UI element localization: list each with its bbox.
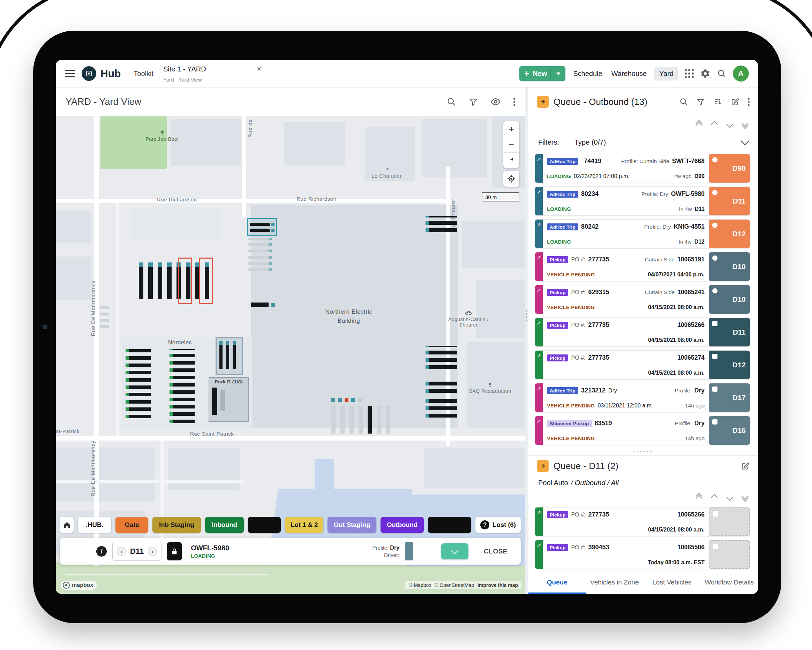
dock-assignment[interactable]: D16: [709, 416, 750, 445]
dock-assignment[interactable]: D10: [709, 285, 750, 314]
zone-inbound-button[interactable]: Inbound: [205, 517, 244, 533]
tab-lost-vehicles[interactable]: Lost Vehicles: [643, 572, 701, 594]
zone-hub-button[interactable]: .HUB.: [78, 517, 111, 533]
zone-outbound-button[interactable]: Outbound: [380, 517, 424, 533]
lock-button[interactable]: [167, 542, 182, 560]
trailer-cluster-shearer-1[interactable]: [426, 216, 457, 232]
queue-card[interactable]: ↗ Pickup PO #: 277735 Curtain Side 10065…: [535, 252, 750, 281]
collapse-all-down-icon[interactable]: [743, 121, 748, 128]
selected-trailer-box[interactable]: [247, 218, 277, 236]
next-dock-button[interactable]: ›: [148, 547, 157, 556]
queue-search-icon[interactable]: [679, 97, 688, 106]
more-options-icon[interactable]: [513, 98, 515, 106]
clear-site-icon[interactable]: ×: [255, 64, 263, 73]
close-detail-button[interactable]: CLOSE: [484, 548, 508, 555]
queue-filter-icon[interactable]: [696, 97, 705, 106]
queue-card[interactable]: ↗ Pickup PO #: 390453 10065506: [535, 540, 750, 569]
collapse-all-up-icon[interactable]: [696, 121, 701, 128]
zone-lost-button[interactable]: ? Lost (6): [475, 517, 521, 533]
osm-attrib-link[interactable]: © OpenStreetMap: [435, 582, 474, 588]
trailer-cluster-gate[interactable]: [139, 257, 219, 304]
trailer[interactable]: [212, 388, 217, 415]
site-selector[interactable]: Site 1 - YARD × Yard - Yard View: [163, 64, 263, 82]
mapbox-logo[interactable]: mapbox: [61, 581, 97, 590]
collapse-down-icon[interactable]: [727, 122, 732, 127]
alert-slot-outline[interactable]: [199, 257, 213, 304]
park-b-zone[interactable]: Park B (1/8): [209, 377, 249, 422]
settings-gear-icon[interactable]: [700, 68, 710, 79]
info-icon[interactable]: i: [96, 546, 107, 557]
queue-edit-icon[interactable]: [731, 97, 739, 106]
mapbox-attrib-link[interactable]: © Mapbox: [409, 582, 431, 588]
trailer[interactable]: [368, 406, 372, 434]
dock-assignment[interactable]: D17: [709, 384, 750, 412]
queue-more-icon[interactable]: [748, 98, 749, 106]
panel-resize-handle[interactable]: [525, 87, 528, 594]
new-button[interactable]: + New: [519, 66, 565, 81]
locate-button[interactable]: [503, 171, 519, 187]
avatar[interactable]: A: [733, 65, 749, 82]
section-resize-handle[interactable]: [535, 449, 750, 454]
zone-hidden-button[interactable]: [428, 517, 471, 533]
collapse-up-icon[interactable]: [712, 122, 717, 127]
trailer-cluster-nordelec-1[interactable]: [125, 349, 151, 418]
dock-assignment[interactable]: D12: [709, 219, 750, 248]
collapse-all-up-icon[interactable]: [696, 494, 701, 501]
collapse-up-icon[interactable]: [712, 495, 717, 500]
zone-out-staging-button[interactable]: Out Staging: [328, 517, 376, 533]
menu-icon[interactable]: [65, 70, 75, 78]
zone-hidden-button[interactable]: [248, 517, 281, 533]
nav-warehouse[interactable]: Warehouse: [610, 67, 649, 81]
dock-assignment[interactable]: D12: [709, 351, 750, 379]
tab-queue[interactable]: Queue: [528, 572, 586, 594]
search-icon[interactable]: [717, 69, 727, 78]
queue-sort-icon[interactable]: [713, 97, 722, 106]
tab-workflow-details[interactable]: Workflow Details: [701, 572, 758, 594]
trailer-cluster-staging[interactable]: [247, 218, 278, 274]
visibility-eye-icon[interactable]: [490, 97, 501, 107]
selected-dock-box[interactable]: [215, 337, 243, 375]
queue-card[interactable]: ↗ AdHoc Trip 74419 Profile: Curtain Side: [535, 154, 750, 183]
trailer-cluster-small[interactable]: [100, 304, 109, 328]
zoom-in-button[interactable]: +: [503, 121, 519, 137]
trailer-cluster-nordelec-2[interactable]: [169, 349, 195, 423]
zone-lot-button[interactable]: Lot 1 & 2: [285, 517, 324, 533]
dock-assignment[interactable]: D10: [709, 252, 750, 281]
filters-expand-icon[interactable]: [742, 140, 748, 144]
expand-detail-button[interactable]: [441, 543, 469, 559]
zoom-out-button[interactable]: −: [503, 137, 519, 153]
queue-card[interactable]: ↗ AdHoc Trip 80234 Profile: Dry OWFL-598…: [535, 186, 750, 216]
trailer-cluster-outstaging[interactable]: [331, 398, 394, 436]
alert-slot-outline[interactable]: [178, 257, 192, 304]
queue-card[interactable]: ↗ Pickup PO #: 629315 Curtain Side 10065…: [535, 285, 750, 314]
zone-gate-button[interactable]: Gate: [116, 517, 148, 533]
queue-card[interactable]: ↗ Shipment Pickup 83519 Profile: Dry: [535, 416, 750, 445]
home-zone-button[interactable]: [60, 517, 73, 533]
collapse-all-down-icon[interactable]: [743, 494, 748, 501]
queue-card[interactable]: ↗ AdHoc Trip 3213212 Dry Profile: Dry: [535, 383, 750, 412]
dock-assignment[interactable]: [709, 507, 750, 536]
trailer-cluster-shearer-3[interactable]: [426, 378, 457, 393]
improve-map-link[interactable]: Improve this map: [478, 582, 518, 588]
site-value[interactable]: Site 1 - YARD: [163, 65, 255, 73]
nav-yard[interactable]: Yard: [654, 67, 678, 81]
map-filter-icon[interactable]: [469, 97, 478, 106]
queue-card[interactable]: ↗ Pickup PO #: 277735 10065266: [535, 318, 750, 347]
trailer-cluster-shearer-4[interactable]: [426, 397, 457, 417]
map-canvas[interactable]: Parc Joe-Beef Rue De Montmorency Rue De …: [56, 116, 525, 594]
trailer[interactable]: [251, 303, 269, 307]
map-search-icon[interactable]: [446, 97, 456, 107]
type-filter[interactable]: Type (0/7): [574, 139, 606, 146]
prev-dock-button[interactable]: ‹: [117, 547, 126, 556]
dock-assignment[interactable]: D11: [709, 318, 750, 346]
apps-grid-icon[interactable]: [685, 69, 694, 78]
dock-assignment[interactable]: D90: [709, 154, 750, 183]
compass-button[interactable]: [503, 153, 519, 168]
tab-vehicles-in-zone[interactable]: Vehicles in Zone: [586, 572, 644, 594]
d11-edit-icon[interactable]: [741, 462, 749, 470]
zone-inb-staging-button[interactable]: Inb Staging: [153, 517, 201, 533]
queue-card[interactable]: ↗ Pickup PO #: 277735 10065266: [535, 507, 750, 536]
trailer-cluster-shearer-2[interactable]: [426, 346, 457, 369]
collapse-down-icon[interactable]: [727, 495, 732, 500]
dock-assignment[interactable]: [709, 540, 750, 569]
